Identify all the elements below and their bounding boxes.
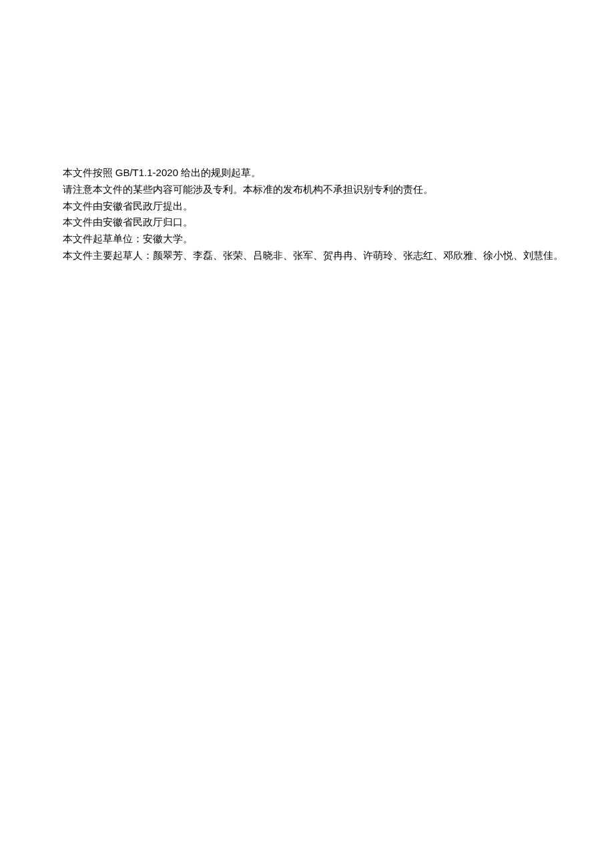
paragraph-drafting-unit: 本文件起草单位：安徽大学。 <box>43 231 571 248</box>
document-body: 本文件按照 GB/T1.1-2020 给出的规则起草。 请注意本文件的某些内容可… <box>43 165 571 264</box>
text-standard-code: GB/T1.1-2020 <box>115 167 178 178</box>
paragraph-proposer: 本文件由安徽省民政厅提出。 <box>43 198 571 215</box>
paragraph-jurisdiction: 本文件由安徽省民政厅归口。 <box>43 214 571 231</box>
paragraph-rules: 本文件按照 GB/T1.1-2020 给出的规则起草。 <box>43 165 571 181</box>
paragraph-drafters: 本文件主要起草人：颜翠芳、李磊、张荣、吕晓非、张军、贺冉冉、许萌玲、张志红、邓欣… <box>43 248 571 264</box>
text-prefix: 本文件按照 <box>63 167 115 178</box>
paragraph-patent-notice: 请注意本文件的某些内容可能涉及专利。本标准的发布机构不承担识别专利的责任。 <box>43 181 571 198</box>
text-suffix: 给出的规则起草。 <box>178 167 261 178</box>
